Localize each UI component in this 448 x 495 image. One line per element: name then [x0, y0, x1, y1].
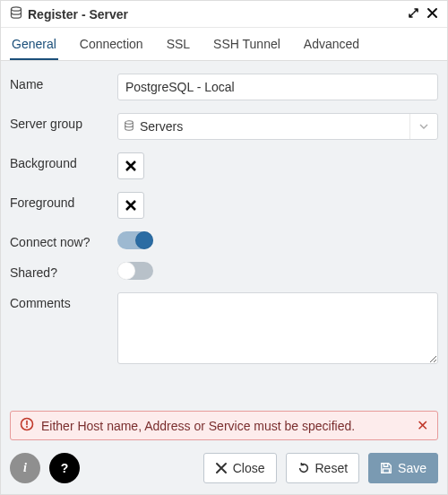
comments-input[interactable] — [117, 292, 438, 364]
error-message: Either Host name, Address or Service mus… — [41, 419, 355, 433]
server-group-icon — [124, 120, 134, 134]
error-dismiss-icon[interactable]: ✕ — [417, 417, 428, 434]
save-button-label: Save — [398, 461, 426, 475]
tab-ssh-tunnel[interactable]: SSH Tunnel — [211, 28, 282, 60]
name-input[interactable] — [117, 74, 438, 100]
save-icon — [380, 462, 392, 474]
shared-toggle[interactable] — [117, 262, 153, 280]
server-group-label: Server group — [10, 113, 117, 131]
register-server-dialog: Register - Server General Connection SSL… — [0, 0, 448, 495]
close-icon[interactable] — [426, 7, 438, 22]
error-banner: Either Host name, Address or Service mus… — [10, 411, 438, 440]
button-row: i ? Close Reset Save — [10, 453, 438, 483]
reset-button[interactable]: Reset — [286, 453, 360, 483]
tab-advanced[interactable]: Advanced — [302, 28, 361, 60]
comments-label: Comments — [10, 292, 117, 310]
info-button[interactable]: i — [10, 453, 40, 483]
foreground-label: Foreground — [10, 192, 117, 210]
tab-connection[interactable]: Connection — [78, 28, 145, 60]
chevron-down-icon — [409, 114, 428, 139]
server-icon — [10, 6, 22, 22]
svg-point-0 — [12, 7, 22, 11]
background-color-clear[interactable] — [117, 152, 144, 179]
close-button[interactable]: Close — [203, 453, 277, 483]
error-icon — [20, 417, 34, 434]
reset-icon — [297, 462, 310, 474]
title-bar: Register - Server — [1, 1, 447, 28]
tab-bar: General Connection SSL SSH Tunnel Advanc… — [1, 28, 447, 61]
connect-now-toggle[interactable] — [117, 231, 153, 249]
reset-button-label: Reset — [315, 461, 349, 475]
save-button[interactable]: Save — [368, 453, 438, 483]
form-body: Name Server group Servers Backg — [1, 61, 447, 404]
foreground-color-clear[interactable] — [117, 192, 144, 219]
help-button[interactable]: ? — [49, 453, 80, 483]
svg-point-1 — [125, 120, 134, 123]
close-button-label: Close — [233, 461, 265, 475]
server-group-select[interactable]: Servers — [117, 113, 438, 140]
tab-ssl[interactable]: SSL — [165, 28, 192, 60]
tab-general[interactable]: General — [10, 28, 58, 60]
shared-label: Shared? — [10, 262, 117, 280]
server-group-value: Servers — [140, 119, 183, 134]
window-title: Register - Server — [28, 7, 401, 22]
svg-point-4 — [26, 426, 28, 428]
close-x-icon — [215, 462, 228, 474]
background-label: Background — [10, 152, 117, 170]
name-label: Name — [10, 74, 117, 91]
connect-now-label: Connect now? — [10, 231, 117, 249]
maximize-icon[interactable] — [408, 7, 419, 22]
dialog-footer: Either Host name, Address or Service mus… — [1, 404, 447, 494]
